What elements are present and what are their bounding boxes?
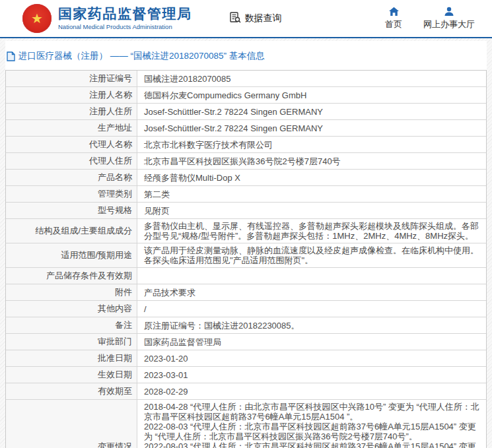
row-label: 生效日期	[6, 367, 137, 383]
agency-names: 国家药品监督管理局 National Medical Products Admi…	[58, 6, 192, 30]
content-panel: 进口医疗器械（注册） —— “国械注进20182070085” 基本信息 注册证…	[5, 41, 487, 448]
breadcrumb-text: 进口医疗器械（注册） —— “国械注进20182070085” 基本信息	[18, 50, 265, 62]
row-label: 产品储存条件及有效期	[6, 268, 137, 284]
change-record-line: 2018-04-28 “代理人住所：由北京市昌平区科技园区中兴路10号” 变更为…	[144, 402, 479, 422]
home-icon	[388, 7, 400, 16]
row-value: Josef-Schüttler-Str.2 78224 Singen GERMA…	[137, 104, 486, 119]
row-value	[137, 268, 486, 284]
table-row: 生产地址Josef-Schüttler-Str.2 78224 Singen G…	[6, 120, 486, 137]
row-value: 北京市昌平区科技园区振兴路36号院2号楼7层740号	[137, 153, 486, 169]
row-label: 结构及组成/主要组成成分	[6, 219, 137, 243]
table-row: 批准日期2023-01-20	[6, 350, 486, 367]
nav-item-label: 首页	[385, 18, 402, 30]
table-row: 代理人名称北京市北科数字医疗技术有限公司	[6, 137, 486, 153]
table-row: 备注原注册证编号：国械注进20182230085。	[6, 317, 486, 334]
row-value: 该产品用于经皮测量动脉、静脉的血流速度以及经皮超声成像检查。在临床机构中使用。各…	[137, 243, 486, 267]
row-value: 原注册证编号：国械注进20182230085。	[137, 317, 486, 333]
table-row: 附件产品技术要求	[6, 284, 486, 301]
row-label: 变更情况	[6, 400, 137, 448]
row-label: 注册人住所	[6, 104, 137, 119]
row-label: 产品名称	[6, 170, 137, 185]
breadcrumb: 进口医疗器械（注册） —— “国械注进20182070085” 基本信息	[5, 49, 487, 70]
nav-item-home[interactable]: 首页	[385, 7, 402, 30]
row-label: 代理人名称	[6, 137, 137, 152]
row-value: 见附页	[137, 203, 486, 218]
table-row: 注册证编号国械注进20182070085	[6, 71, 486, 87]
table-row: 型号规格见附页	[6, 203, 486, 219]
data-query-menu[interactable]: 数据查询	[229, 11, 282, 26]
row-label: 型号规格	[6, 203, 137, 218]
row-value: /	[137, 301, 486, 317]
row-value: 第二类	[137, 186, 486, 202]
row-value: 国械注进20182070085	[137, 71, 486, 86]
row-value: 2023-01-20	[137, 350, 486, 366]
info-table: 注册证编号国械注进20182070085注册人名称德国科尔麦Compumedic…	[5, 70, 487, 448]
row-label: 审批部门	[6, 334, 137, 350]
table-row: 有效期至2028-02-29	[6, 383, 486, 400]
row-value: Josef-Schüttler-Str.2 78224 Singen GERMA…	[137, 120, 486, 136]
table-row: 生效日期2023-03-01	[6, 367, 486, 383]
table-row: 代理人住所北京市昌平区科技园区振兴路36号院2号楼7层740号	[6, 153, 486, 170]
data-query-label: 数据查询	[245, 13, 282, 24]
table-row: 其他内容/	[6, 301, 486, 317]
row-label: 生产地址	[6, 120, 137, 136]
row-label: 其他内容	[6, 301, 137, 317]
row-value: 产品技术要求	[137, 284, 486, 300]
table-row: 管理类别第二类	[6, 186, 486, 203]
row-label: 管理类别	[6, 186, 137, 202]
agency-logo: ★ 国家药品监督管理局 National Medical Products Ad…	[22, 4, 192, 33]
row-label: 批准日期	[6, 350, 137, 366]
row-label: 有效期至	[6, 383, 137, 399]
top-nav: 首页 网上办事大厅	[385, 7, 475, 30]
change-record-line: 2022-08-03 “代理人住所：北京市昌平区科技园区超前路37号6幢A单元1…	[144, 422, 479, 441]
change-record-line: 2022-08-03 “代理人住所：北京市昌平区科技园区超前路37号6幢A单元1…	[144, 441, 479, 448]
agency-name-en: National Medical Products Administration	[58, 24, 192, 31]
row-label: 附件	[6, 284, 137, 300]
agency-name-zh: 国家药品监督管理局	[58, 6, 192, 22]
row-label: 注册人名称	[6, 87, 137, 103]
row-value: 2023-03-01	[137, 367, 486, 383]
page-icon	[7, 51, 15, 61]
national-emblem-icon: ★	[22, 4, 52, 33]
table-row: 产品名称经颅多普勒仪Multi-Dop X	[6, 170, 486, 186]
nav-item-label: 网上办事大厅	[423, 18, 475, 30]
row-value: 2028-02-29	[137, 383, 486, 399]
row-value: 经颅多普勒仪Multi-Dop X	[137, 170, 486, 185]
table-row: 产品储存条件及有效期	[6, 268, 486, 284]
table-row: 变更情况2018-04-28 “代理人住所：由北京市昌平区科技园区中兴路10号”…	[6, 400, 486, 448]
table-row: 结构及组成/主要组成成分多普勒仪由主机、显示屏、有线遥控器、多普勒超声探头彩超模…	[6, 219, 486, 243]
data-query-icon	[229, 11, 242, 26]
row-value: 德国科尔麦Compumedics Germany GmbH	[137, 87, 486, 103]
row-value: 国家药品监督管理局	[137, 334, 486, 350]
table-row: 注册人名称德国科尔麦Compumedics Germany GmbH	[6, 87, 486, 104]
row-label: 适用范围/预期用途	[6, 243, 137, 267]
table-row: 审批部门国家药品监督管理局	[6, 334, 486, 350]
site-header: ★ 国家药品监督管理局 National Medical Products Ad…	[0, 0, 492, 38]
row-label: 代理人住所	[6, 153, 137, 169]
row-label: 备注	[6, 317, 137, 333]
table-row: 注册人住所Josef-Schüttler-Str.2 78224 Singen …	[6, 104, 486, 120]
row-value: 2018-04-28 “代理人住所：由北京市昌平区科技园区中兴路10号” 变更为…	[137, 400, 486, 448]
row-label: 注册证编号	[6, 71, 137, 86]
user-icon	[444, 7, 454, 16]
nav-item-service-hall[interactable]: 网上办事大厅	[423, 7, 475, 30]
row-value: 北京市北科数字医疗技术有限公司	[137, 137, 486, 152]
row-value: 多普勒仪由主机、显示屏、有线遥控器、多普勒超声探头彩超模块及线阵探头组成。各部分…	[137, 219, 486, 243]
table-row: 适用范围/预期用途该产品用于经皮测量动脉、静脉的血流速度以及经皮超声成像检查。在…	[6, 243, 486, 268]
